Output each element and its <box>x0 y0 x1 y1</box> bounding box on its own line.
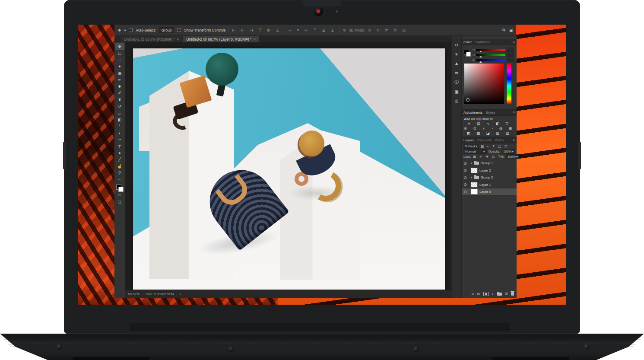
quick-mask-button[interactable]: ▭ <box>115 192 124 198</box>
move-tool-options-icon[interactable]: ✥ <box>118 28 121 32</box>
eye-icon[interactable]: ⊙ <box>462 167 469 174</box>
gradient-tool[interactable]: ◧ <box>115 116 124 123</box>
delete-layer-icon[interactable] <box>511 292 514 296</box>
zoom-tool[interactable]: ⚲ <box>115 169 124 176</box>
link-layers-icon[interactable]: ∞ <box>472 292 474 296</box>
navigator-panel-icon[interactable]: ◎ <box>455 99 459 103</box>
tab-swatches[interactable]: Swatches <box>475 40 490 44</box>
layer-thumbnail[interactable] <box>471 182 478 188</box>
background-color-swatch[interactable] <box>118 187 124 192</box>
layer-style-icon[interactable]: fx <box>477 292 480 296</box>
layer-row-layer-2[interactable]: ⊙ Layer 2 <box>462 167 517 175</box>
canvas-area[interactable]: 66.67% Doc: 6.00M/5.52M › <box>125 42 451 298</box>
search-icon[interactable]: ⚲ <box>501 27 507 33</box>
3d-mode-icons[interactable]: ↺ ↻ ⇄ ⇅ ⊡ <box>368 28 408 32</box>
hue-ramp[interactable] <box>507 64 511 104</box>
layer-name[interactable]: Group 1 <box>481 161 493 165</box>
blue-value-field[interactable] <box>507 58 514 62</box>
close-icon[interactable]: × <box>254 37 256 41</box>
blend-mode-dropdown[interactable]: Normal ▾ <box>463 149 487 154</box>
document-image[interactable] <box>133 48 445 290</box>
pen-tool[interactable]: ✑ <box>115 136 124 143</box>
layer-thumbnail[interactable] <box>471 168 478 173</box>
layer-thumbnail[interactable] <box>471 189 478 194</box>
edit-toolbar-button[interactable]: ⋯ <box>115 176 124 183</box>
tool-preset-dropdown-icon[interactable]: ▾ <box>124 28 126 32</box>
layer-mask-icon[interactable] <box>483 292 489 296</box>
layer-name[interactable]: Group 2 <box>481 175 493 179</box>
tab-paths[interactable]: Paths <box>495 138 504 142</box>
layer-name[interactable]: Layer 0 <box>479 190 491 194</box>
zoom-level-field[interactable]: 66.67% <box>128 292 140 296</box>
align-icons[interactable]: ⊢ ⊩ ⊣ ⊤ ⊪ ⊥ <box>232 28 282 32</box>
adjustments-panel-icon[interactable]: ☰ <box>455 70 459 75</box>
distribute-icons[interactable]: ⊣ ≡ ⊢ ⊤ ≣ ⊥ <box>288 28 336 32</box>
tab-adjustments[interactable]: Adjustments <box>463 111 482 115</box>
clone-source-panel-icon[interactable]: ▣ <box>454 89 458 94</box>
layer-filter-kind-dropdown[interactable]: ⚲ Kind ▾ <box>463 144 479 149</box>
adjustment-icons-row-3[interactable]: ◩ ▦ ◪ ▨ ▥ <box>462 131 517 136</box>
lasso-tool[interactable]: ◌ <box>115 57 124 63</box>
lock-option-icons[interactable]: ▩ ✐ ✥ ⊡ <box>473 155 496 159</box>
tab-color[interactable]: Color <box>463 40 472 44</box>
eye-icon[interactable]: ⊙ <box>462 182 469 188</box>
history-brush-tool[interactable]: ↺ <box>115 103 124 110</box>
panel-menu-icon[interactable]: ≡ <box>513 138 515 142</box>
properties-panel-icon[interactable]: ☀ <box>455 52 459 57</box>
layer-name[interactable]: Layer 2 <box>479 169 491 172</box>
dodge-tool[interactable]: ◐ <box>115 130 124 136</box>
eyedropper-tool[interactable]: ✒ <box>115 76 124 83</box>
close-icon[interactable]: × <box>177 37 179 41</box>
layer-row-group-1[interactable]: ⊙ ▾ Group 1 <box>462 160 517 167</box>
tab-channels[interactable]: Channels <box>477 138 492 142</box>
status-chevron-icon[interactable]: › <box>180 292 181 296</box>
show-transform-checkbox[interactable] <box>177 28 181 32</box>
line-tool[interactable]: ╱ <box>115 156 124 163</box>
path-selection-tool[interactable]: ➤ <box>115 150 124 156</box>
layer-row-group-2[interactable]: ⊙ ▾ Group 2 <box>462 174 517 182</box>
panel-background-swatch[interactable] <box>466 52 471 57</box>
blur-tool[interactable]: ❜ <box>115 123 124 130</box>
type-tool[interactable]: T <box>115 143 124 150</box>
panel-menu-icon[interactable]: ≡ <box>513 111 515 115</box>
panel-color-swatches[interactable] <box>464 50 471 57</box>
eye-icon[interactable]: ⊙ <box>462 160 469 167</box>
fill-field[interactable]: 100% ▾ <box>506 154 519 159</box>
new-group-icon[interactable] <box>497 293 502 296</box>
tab-untitled-2[interactable]: Untitled-2 @ 66.7% (Layer 0, RGB/8#) * × <box>183 36 259 42</box>
auto-select-checkbox[interactable] <box>129 28 133 32</box>
opacity-field[interactable]: 100% ▾ <box>502 149 515 154</box>
quick-selection-tool[interactable]: ✦ <box>115 63 124 70</box>
panel-menu-icon[interactable]: ≡ <box>513 40 515 44</box>
crop-tool[interactable]: ▣ <box>115 70 124 76</box>
eye-icon[interactable]: ⊙ <box>462 188 469 195</box>
layer-row-layer-1[interactable]: ⊙ Layer 1 <box>462 182 517 189</box>
workspace-switcher-icon[interactable]: ▣ <box>509 28 513 32</box>
color-picker-field[interactable] <box>464 64 504 104</box>
move-tool[interactable]: ✥ <box>115 43 124 50</box>
marquee-tool[interactable]: ▢ <box>115 50 124 56</box>
layer-filter-icons[interactable]: ▦ ◐ T ▢ ⊡ <box>481 144 509 148</box>
green-value-field[interactable] <box>507 53 514 57</box>
disclosure-icon[interactable]: ▾ <box>471 162 473 165</box>
tab-untitled-1[interactable]: Untitled-1 @ 66.7% (RGB/8#) * × <box>121 36 182 42</box>
auto-select-target-dropdown[interactable]: Group <box>159 27 174 33</box>
tab-styles[interactable]: Styles <box>486 111 495 115</box>
eye-icon[interactable]: ⊙ <box>462 174 469 181</box>
color-swatch-widget[interactable] <box>116 185 124 192</box>
layer-row-layer-0[interactable]: ⊙ Layer 0 <box>462 188 517 196</box>
screen-mode-button[interactable]: ❏ <box>115 199 124 205</box>
history-panel-icon[interactable]: ↺ <box>455 43 458 48</box>
adjustment-icons-row-1[interactable]: ☀ ▤ ∿ ◧ ▽ <box>462 121 517 126</box>
clone-stamp-tool[interactable]: ♜ <box>115 96 124 103</box>
adjustment-layer-icon[interactable]: ◐ <box>492 292 494 296</box>
adjustment-icons-row-2[interactable]: ≋ ⊜ ◑ ◔ ◍ ⊞ <box>462 126 517 131</box>
hand-tool[interactable]: ☝ <box>115 163 124 169</box>
green-slider[interactable] <box>476 54 505 56</box>
layer-name[interactable]: Layer 1 <box>479 183 491 187</box>
tab-layers[interactable]: Layers <box>463 138 474 142</box>
info-panel-icon[interactable]: ⓘ <box>454 79 459 85</box>
blue-slider[interactable] <box>476 59 505 61</box>
eraser-tool[interactable]: ▱ <box>115 110 124 116</box>
red-slider[interactable] <box>476 49 505 51</box>
